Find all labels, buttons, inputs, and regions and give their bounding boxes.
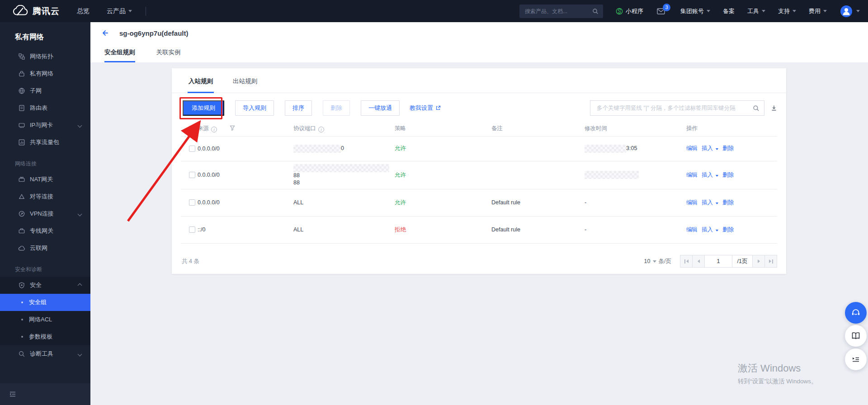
page-size-select[interactable]: 10 条/页: [644, 258, 671, 265]
sidebar-item-子网[interactable]: 子网: [0, 82, 90, 99]
sidebar-item-诊断工具[interactable]: 诊断工具: [0, 345, 90, 363]
info-icon[interactable]: i: [211, 127, 217, 132]
teach-me-link[interactable]: 教我设置: [410, 104, 441, 112]
chevron-down-icon[interactable]: [716, 230, 718, 231]
chevron-down-icon: [762, 10, 765, 12]
edit-link[interactable]: 编辑: [686, 226, 698, 233]
toolbar: 添加规则 导入规则 排序 删除 一键放通 教我设置: [183, 100, 777, 116]
delete-link[interactable]: 删除: [722, 199, 734, 206]
nav-group-account[interactable]: 集团账号: [680, 7, 710, 15]
edit-link[interactable]: 编辑: [686, 145, 698, 151]
nav-divider: [146, 7, 146, 16]
chevron-down-icon: [78, 123, 82, 127]
insert-link[interactable]: 插入: [702, 199, 713, 206]
global-search-input[interactable]: [524, 8, 592, 15]
feedback-button[interactable]: [845, 348, 867, 370]
rules-card: 入站规则 出站规则 添加规则 导入规则 排序 删除 一键放通 教我设置: [172, 68, 786, 274]
sidebar-section-label: 安全和诊断: [0, 257, 90, 277]
bullet-icon: [21, 319, 23, 320]
last-page-button[interactable]: [764, 255, 777, 268]
search-icon[interactable]: [592, 8, 599, 14]
collapse-sidebar-icon[interactable]: [9, 391, 16, 398]
nav-billing[interactable]: 费用: [809, 7, 827, 15]
source-cell: 0.0.0.0/0: [198, 161, 293, 189]
tab-security-group-rules[interactable]: 安全组规则: [104, 48, 135, 62]
current-page-indicator[interactable]: 1: [704, 255, 732, 268]
rule-search-input[interactable]: [596, 104, 753, 112]
pager: 1 /1页: [680, 255, 777, 268]
tab-outbound-rules[interactable]: 出站规则: [232, 77, 258, 93]
actions-cell: 编辑插入删除: [686, 136, 777, 161]
add-rule-button[interactable]: 添加规则: [183, 100, 224, 116]
documentation-button[interactable]: [845, 325, 867, 347]
col-policy: 策略: [395, 125, 406, 132]
sidebar-item-对等连接[interactable]: 对等连接: [0, 188, 90, 205]
sidebar-item-私有网络[interactable]: 私有网络: [0, 65, 90, 82]
back-button[interactable]: [100, 29, 109, 39]
sidebar-item-共享流量包[interactable]: 共享流量包: [0, 134, 90, 151]
nav-icp-filing[interactable]: 备案: [723, 7, 735, 15]
row-checkbox[interactable]: [189, 199, 195, 206]
note-cell: Default rule: [491, 189, 585, 216]
info-icon[interactable]: i: [318, 127, 324, 132]
nav-cloud-products[interactable]: 云产品: [107, 7, 132, 15]
sidebar-item-云联网[interactable]: 云联网: [0, 240, 90, 257]
prev-page-button[interactable]: [692, 255, 705, 268]
delete-button[interactable]: 删除: [323, 100, 350, 116]
support-chat-button[interactable]: [845, 302, 867, 324]
nav-support[interactable]: 支持: [778, 7, 796, 15]
protocol-cell: 8888: [293, 161, 395, 189]
next-page-button[interactable]: [752, 255, 765, 268]
chevron-down-icon[interactable]: [716, 175, 718, 177]
edit-link[interactable]: 编辑: [686, 199, 698, 206]
sidebar-item-专线网关[interactable]: 专线网关: [0, 222, 90, 240]
mini-program-button[interactable]: 小程序: [616, 7, 643, 15]
policy-cell: 拒绝: [395, 216, 491, 243]
sidebar-item-NAT网关[interactable]: NAT网关: [0, 171, 90, 188]
tab-inbound-rules[interactable]: 入站规则: [188, 77, 214, 93]
delete-link[interactable]: 删除: [722, 172, 734, 178]
sidebar-item-参数模板[interactable]: 参数模板: [0, 328, 90, 345]
chevron-down-icon[interactable]: [716, 148, 718, 150]
note-cell: Default rule: [491, 216, 585, 243]
delete-link[interactable]: 删除: [722, 226, 734, 233]
filter-icon[interactable]: [230, 125, 235, 131]
nav-tools[interactable]: 工具: [747, 7, 765, 15]
survey-icon: [850, 354, 861, 365]
global-search-box[interactable]: [519, 5, 603, 18]
insert-link[interactable]: 插入: [702, 172, 713, 178]
protocol-cell: 0: [293, 136, 395, 161]
insert-link[interactable]: 插入: [702, 226, 713, 233]
tencent-cloud-logo[interactable]: 腾讯云: [12, 5, 60, 17]
note-cell: [491, 136, 585, 161]
sidebar-item-IP与网卡[interactable]: IP与网卡: [0, 117, 90, 134]
sidebar-item-网络拓扑[interactable]: 网络拓扑: [0, 48, 90, 65]
search-icon[interactable]: [753, 105, 760, 112]
nav-overview[interactable]: 总览: [77, 7, 90, 15]
rule-search-box[interactable]: [590, 100, 764, 116]
sort-button[interactable]: 排序: [285, 100, 312, 116]
sidebar-item-VPN连接[interactable]: VPN连接: [0, 205, 90, 222]
sidebar: 私有网络 网络拓扑私有网络子网路由表IP与网卡共享流量包网络连接NAT网关对等连…: [0, 22, 90, 405]
sidebar-item-安全组[interactable]: 安全组: [0, 294, 90, 311]
tab-associated-instances[interactable]: 关联实例: [156, 48, 181, 62]
sidebar-item-路由表[interactable]: 路由表: [0, 99, 90, 117]
row-checkbox[interactable]: [189, 172, 195, 178]
delete-link[interactable]: 删除: [722, 145, 734, 151]
messages-button[interactable]: 3: [657, 8, 665, 14]
vpc-icon: [18, 70, 25, 77]
select-all-checkbox[interactable]: [189, 126, 195, 132]
chevron-down-icon[interactable]: [716, 202, 718, 204]
row-checkbox[interactable]: [189, 146, 195, 152]
user-avatar[interactable]: [840, 5, 860, 17]
download-icon[interactable]: [771, 105, 777, 111]
first-page-button[interactable]: [680, 255, 693, 268]
row-checkbox[interactable]: [189, 226, 195, 233]
insert-link[interactable]: 插入: [702, 145, 713, 151]
sidebar-item-网络ACL[interactable]: 网络ACL: [0, 311, 90, 328]
import-rule-button[interactable]: 导入规则: [235, 100, 274, 116]
chevron-down-icon: [707, 10, 710, 12]
edit-link[interactable]: 编辑: [686, 172, 698, 178]
open-all-button[interactable]: 一键放通: [361, 100, 400, 116]
sidebar-item-安全[interactable]: 安全: [0, 277, 90, 294]
